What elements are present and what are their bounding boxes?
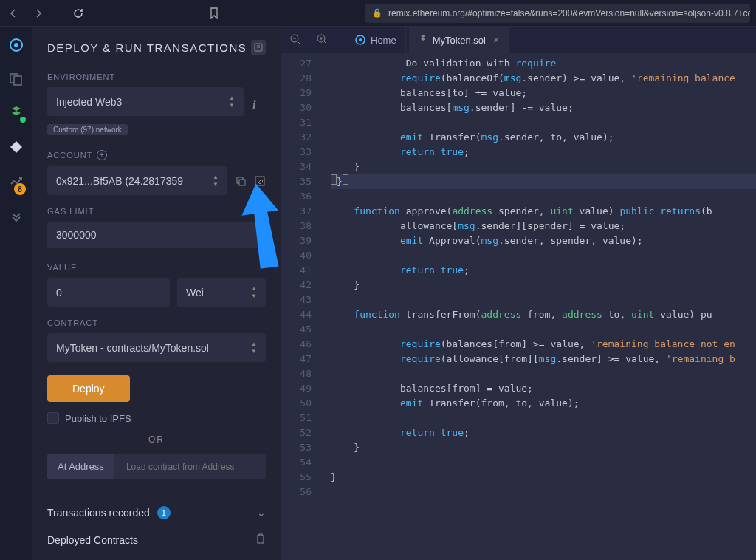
close-tab-icon[interactable]: × — [493, 34, 499, 46]
url-bar[interactable]: 🔒 remix.ethereum.org/#optimize=false&run… — [365, 4, 750, 23]
icon-rail: 8 — [0, 27, 32, 560]
home-icon — [354, 34, 366, 46]
environment-info-icon[interactable]: i — [252, 99, 266, 112]
browser-toolbar: 🔒 remix.ethereum.org/#optimize=false&run… — [0, 0, 756, 27]
deployed-contracts-label: Deployed Contracts — [47, 534, 138, 546]
file-explorer-icon[interactable] — [7, 69, 26, 89]
bookmark-icon[interactable] — [207, 6, 221, 21]
debugger-icon[interactable]: 8 — [7, 171, 26, 191]
zoom-out-icon[interactable] — [286, 30, 306, 49]
account-select[interactable]: 0x921...Bf5AB (24.2817359 ▲▼ — [47, 166, 227, 195]
back-button[interactable] — [6, 6, 21, 21]
contract-select[interactable]: MyToken - contracts/MyToken.sol ▲▼ — [47, 333, 266, 362]
edit-account-icon[interactable] — [254, 175, 266, 187]
copy-account-icon[interactable] — [235, 175, 247, 187]
publish-ipfs-row[interactable]: Publish to IPFS — [47, 412, 266, 424]
transactions-count-badge: 1 — [157, 506, 171, 519]
svg-line-11 — [298, 41, 300, 44]
deploy-icon[interactable] — [7, 137, 26, 157]
at-address-button[interactable]: At Address — [47, 454, 114, 479]
editor-tabs: Home MyToken.sol × — [281, 27, 756, 53]
svg-line-14 — [324, 41, 327, 44]
lock-icon: 🔒 — [372, 8, 382, 18]
reload-button[interactable] — [71, 6, 86, 21]
gas-limit-label: GAS LIMIT — [47, 207, 266, 216]
trash-icon[interactable] — [255, 533, 266, 547]
tab-mytoken[interactable]: MyToken.sol × — [409, 27, 509, 53]
environment-select[interactable]: Injected Web3 ▲▼ — [47, 87, 244, 116]
svg-point-18 — [359, 38, 362, 41]
line-gutter: 2728293031323334353637383940414243444546… — [281, 53, 322, 560]
chevron-down-icon: ⌄ — [257, 507, 266, 519]
panel-title: DEPLOY & RUN TRANSACTIONS — [47, 40, 266, 55]
svg-rect-3 — [14, 76, 21, 85]
compiler-status-badge — [18, 115, 27, 124]
deploy-panel: DEPLOY & RUN TRANSACTIONS ENVIRONMENT In… — [32, 27, 281, 560]
url-text: remix.ethereum.org/#optimize=false&runs=… — [388, 8, 750, 18]
compiler-icon[interactable] — [7, 103, 26, 123]
forward-button[interactable] — [31, 6, 46, 21]
zoom-in-icon[interactable] — [313, 30, 332, 49]
publish-ipfs-checkbox[interactable] — [47, 412, 59, 424]
at-address-input[interactable] — [120, 454, 266, 479]
environment-label: ENVIRONMENT — [47, 72, 266, 81]
docs-icon[interactable] — [251, 40, 266, 55]
gas-limit-input[interactable] — [47, 222, 266, 248]
plugin-manager-icon[interactable] — [7, 205, 26, 225]
value-unit-select[interactable]: Wei ▲▼ — [177, 278, 266, 307]
add-account-icon[interactable]: + — [97, 150, 107, 160]
or-divider: OR — [47, 434, 266, 445]
editor-area: Home MyToken.sol × 272829303132333435363… — [281, 27, 756, 560]
debugger-count-badge: 8 — [14, 183, 26, 195]
value-input[interactable] — [47, 278, 170, 307]
svg-point-1 — [14, 43, 18, 47]
deploy-button[interactable]: Deploy — [47, 375, 130, 402]
svg-rect-8 — [239, 180, 245, 185]
value-label: VALUE — [47, 263, 266, 272]
publish-ipfs-label: Publish to IPFS — [65, 413, 131, 424]
code-content[interactable]: Do validation with require require(balan… — [322, 53, 756, 560]
account-label: ACCOUNT + — [47, 150, 266, 160]
network-badge: Custom (97) network — [47, 124, 128, 135]
transactions-recorded-row[interactable]: Transactions recorded 1 ⌄ — [47, 500, 266, 525]
remix-logo-icon[interactable] — [7, 35, 26, 55]
transactions-recorded-label: Transactions recorded — [47, 507, 150, 519]
tab-home[interactable]: Home — [346, 27, 406, 53]
contract-label: CONTRACT — [47, 318, 266, 327]
solidity-file-icon — [418, 35, 428, 45]
